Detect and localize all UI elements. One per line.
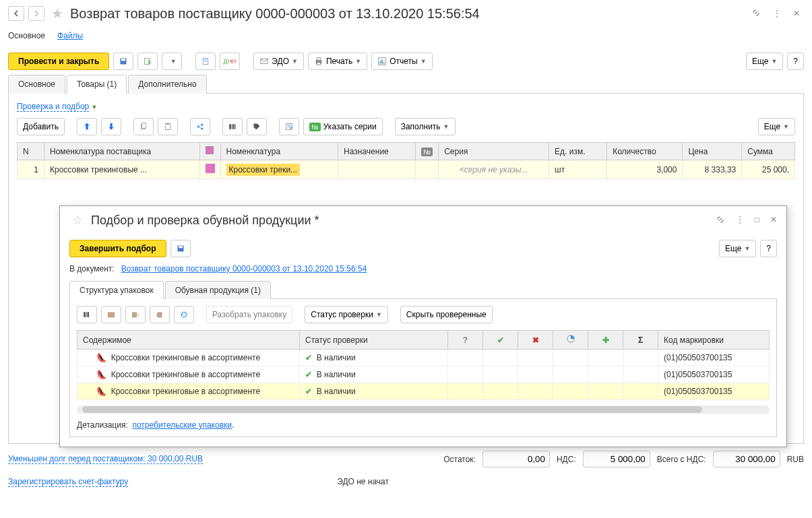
col-price[interactable]: Цена [683, 143, 742, 160]
add-button[interactable]: Добавить [17, 118, 65, 135]
modal-tab-structure[interactable]: Структура упаковок [69, 281, 164, 299]
move-down-button[interactable]: ⬇ [101, 118, 121, 135]
modal-tab-shoes[interactable]: Обувная продукция (1) [165, 281, 271, 299]
modal-more-button[interactable]: Еще ▼ [719, 240, 756, 257]
list-check-button[interactable] [279, 118, 299, 135]
link-icon[interactable] [751, 8, 761, 20]
package-button-1[interactable] [101, 306, 121, 323]
set-series-button[interactable]: № Указать серии [303, 118, 383, 135]
check-status-button[interactable]: Статус проверки ▼ [305, 306, 388, 323]
col-sum[interactable]: Сумма [742, 143, 795, 160]
subnav-main[interactable]: Основное [8, 31, 45, 40]
favorite-star-icon[interactable]: ★ [51, 5, 63, 22]
modal-maximize-icon[interactable]: □ [755, 215, 759, 226]
mcol-marking[interactable]: Код маркировки [658, 331, 770, 350]
hide-checked-button[interactable]: Скрыть проверенные [400, 306, 493, 323]
barcode-button[interactable] [222, 118, 243, 135]
detail-link[interactable]: потребительские упаковки [132, 420, 232, 430]
based-on-button[interactable]: ▼ [162, 53, 182, 70]
modal-close-icon[interactable]: ✕ [770, 215, 777, 226]
more-button[interactable]: Еще ▼ [746, 53, 783, 70]
modal-help-button[interactable]: ? [760, 240, 777, 257]
help-button[interactable]: ? [787, 53, 804, 70]
fill-button[interactable]: Заполнить ▼ [395, 118, 456, 135]
svg-line-23 [199, 125, 201, 126]
print-button[interactable]: Печать ▼ [308, 53, 367, 70]
tab-additional[interactable]: Дополнительно [128, 75, 206, 94]
total-input[interactable] [713, 451, 780, 467]
copy-button[interactable] [133, 118, 154, 135]
modal-link-icon[interactable] [716, 215, 725, 226]
mcol-cross-icon[interactable]: ✖ [518, 331, 553, 350]
modal-table: Содержимое Статус проверки ? ✔ ✖ ✚ Σ Код… [77, 330, 770, 400]
table-toolbar: Добавить ⬆ ⬇ № Указать серии [17, 118, 795, 135]
package-button-3[interactable] [150, 306, 170, 323]
col-n[interactable]: N [18, 143, 44, 160]
currency-label: RUB [787, 455, 804, 464]
move-up-button[interactable]: ⬆ [77, 118, 97, 135]
col-marker-icon[interactable] [199, 143, 220, 160]
nav-back-button[interactable] [8, 6, 24, 21]
remainder-input[interactable] [482, 451, 550, 467]
reports-button[interactable]: Отчеты ▼ [371, 53, 432, 70]
mcol-check-icon[interactable]: ✔ [483, 331, 518, 350]
unpack-button[interactable]: Разобрать упаковку [206, 306, 292, 323]
col-series-icon[interactable]: № [416, 143, 439, 160]
tab-main[interactable]: Основное [8, 75, 65, 94]
horizontal-scrollbar[interactable] [77, 406, 770, 414]
print-form-button[interactable] [195, 53, 216, 70]
subnav-files[interactable]: Файлы [57, 31, 83, 40]
footer: Уменьшен долг перед поставщиком: 30 000,… [0, 444, 812, 474]
modal-table-row[interactable]: 👠 Кроссовки трекинговые в ассортименте ✔… [77, 350, 770, 366]
paste-button[interactable] [158, 118, 178, 135]
register-invoice-link[interactable]: Зарегистрировать счет-фактуру [8, 477, 128, 487]
col-nom[interactable]: Номенклатура [220, 143, 338, 160]
svg-rect-17 [142, 123, 146, 129]
edo-button[interactable]: ЭДО ▼ [253, 53, 304, 70]
dt-kt-button[interactable]: ДтКт [220, 53, 240, 70]
col-unit[interactable]: Ед. изм. [549, 143, 607, 160]
post-and-close-button[interactable]: Провести и закрыть [8, 53, 109, 70]
post-button[interactable] [137, 53, 158, 70]
mcol-sigma-icon[interactable]: Σ [623, 331, 658, 350]
svg-rect-15 [383, 63, 385, 64]
modal-star-icon[interactable]: ☆ [72, 213, 83, 228]
vat-input[interactable] [583, 451, 650, 467]
goods-table: N Номенклатура поставщика Номенклатура Н… [17, 142, 795, 179]
mcol-content[interactable]: Содержимое [77, 331, 300, 350]
tabs: Основное Товары (1) Дополнительно [8, 74, 804, 94]
mcol-pie-icon[interactable] [553, 331, 588, 350]
share-button[interactable] [190, 118, 210, 135]
nav-forward-button[interactable] [28, 6, 44, 21]
modal-barcode-button[interactable] [77, 306, 97, 323]
table-row[interactable]: 1 Кроссовки трекинговые ... Кроссовки тр… [18, 160, 795, 179]
col-series[interactable]: Серия [439, 143, 549, 160]
col-supplier-nom[interactable]: Номенклатура поставщика [44, 143, 200, 160]
modal-table-row[interactable]: 👠 Кроссовки трекинговые в ассортименте ✔… [77, 366, 770, 383]
vat-label: НДС: [557, 455, 576, 464]
mcol-question-icon[interactable]: ? [448, 331, 483, 350]
mcol-plus-icon[interactable]: ✚ [588, 331, 623, 350]
col-qty[interactable]: Количество [607, 143, 683, 160]
kebab-menu-icon[interactable]: ⋮ [773, 9, 781, 18]
package-button-2[interactable] [125, 306, 146, 323]
mcol-status[interactable]: Статус проверки [300, 331, 448, 350]
table-more-button[interactable]: Еще ▼ [758, 118, 795, 135]
selection-modal: ☆ Подбор и проверка обувной продукции * … [59, 205, 787, 447]
modal-table-row[interactable]: 👠 Кроссовки трекинговые в ассортименте ✔… [77, 383, 770, 400]
finish-selection-button[interactable]: Завершить подбор [69, 240, 166, 257]
debt-link[interactable]: Уменьшен долг перед поставщиком: 30 000,… [8, 454, 203, 464]
modal-title: Подбор и проверка обувной продукции * [91, 214, 710, 228]
check-and-select-link[interactable]: Проверка и подбор [17, 102, 89, 112]
modal-save-button[interactable] [170, 240, 191, 257]
svg-rect-19 [167, 123, 169, 125]
col-purpose[interactable]: Назначение [338, 143, 416, 160]
doc-link[interactable]: Возврат товаров поставщику 0000-000003 о… [121, 264, 367, 273]
close-icon[interactable]: ✕ [793, 9, 800, 18]
tab-goods[interactable]: Товары (1) [67, 75, 127, 94]
modal-kebab-icon[interactable]: ⋮ [736, 215, 744, 226]
refresh-button[interactable] [174, 306, 194, 323]
svg-rect-43 [158, 313, 162, 317]
tag-button[interactable] [247, 118, 267, 135]
save-button[interactable] [113, 53, 133, 70]
